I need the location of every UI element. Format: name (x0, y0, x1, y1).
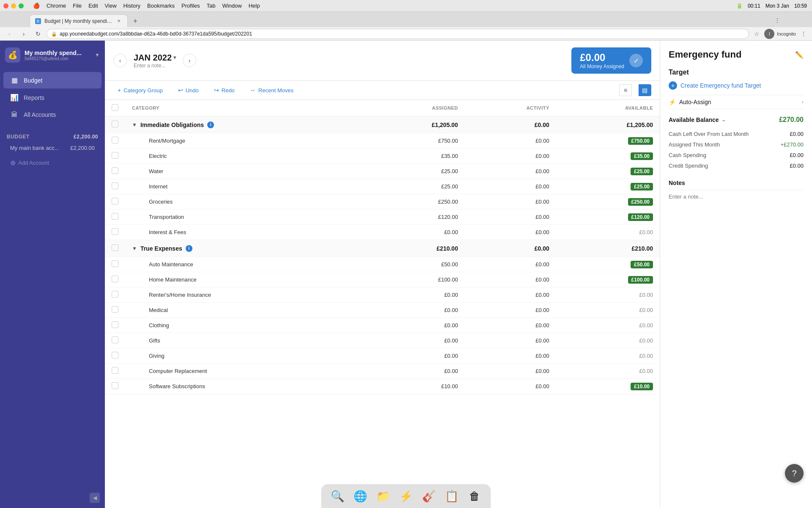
cat-checkbox-1-1[interactable] (112, 276, 118, 282)
cat-checkbox-0-3[interactable] (112, 182, 118, 189)
group-info-icon-0[interactable]: i (207, 121, 214, 128)
browser-more-btn[interactable]: ⋮ (772, 15, 782, 25)
menu-bookmarks[interactable]: Bookmarks (147, 3, 175, 9)
group-name-cell: ▼ Immediate Obligations i (125, 116, 365, 133)
table-row[interactable]: Groceries £250.00 £0.00 £250.00 (105, 194, 660, 210)
extensions-btn[interactable]: ⋮ (798, 29, 809, 39)
cat-checkbox-0-0[interactable] (112, 137, 118, 144)
menu-view[interactable]: View (105, 3, 117, 9)
menu-edit[interactable]: Edit (88, 3, 98, 9)
budget-table-container[interactable]: CATEGORY ASSIGNED ACTIVITY AVAILABLE ▼ I… (105, 100, 660, 508)
cat-name-cell-1-5: Gifts (125, 333, 365, 348)
table-row[interactable]: Auto Maintenance £50.00 £0.00 £50.00 (105, 257, 660, 272)
select-all-checkbox[interactable] (112, 104, 118, 111)
notes-input[interactable] (669, 190, 804, 210)
sidebar-header[interactable]: 💰 My monthly spend... 5d485270@uifeed.co… (0, 41, 105, 69)
table-row[interactable]: Computer Replacement £0.00 £0.00 £0.00 (105, 364, 660, 379)
group-chevron-1[interactable]: ▼ (132, 246, 137, 251)
auto-assign-row[interactable]: ⚡ Auto-Assign › (669, 95, 804, 109)
month-note[interactable]: Enter a note... (134, 63, 176, 69)
sidebar-item-budget[interactable]: ▦ Budget (3, 72, 102, 88)
battery-dock-icon[interactable]: ⚡ (397, 487, 415, 505)
menu-profiles[interactable]: Profiles (181, 3, 200, 9)
next-month-btn[interactable]: › (183, 54, 196, 67)
recent-moves-btn[interactable]: ↔ Recent Moves (246, 84, 298, 96)
table-row[interactable]: Home Maintenance £100.00 £0.00 £100.00 (105, 272, 660, 287)
table-row[interactable]: Clothing £0.00 £0.00 £0.00 (105, 318, 660, 333)
create-target-btn[interactable]: + Create Emergency fund Target (669, 81, 804, 90)
minimize-window-btn[interactable] (11, 3, 16, 8)
undo-btn[interactable]: ↩ Undo (174, 84, 203, 96)
table-row[interactable]: Gifts £0.00 £0.00 £0.00 (105, 333, 660, 348)
table-row[interactable]: Medical £0.00 £0.00 £0.00 (105, 303, 660, 318)
table-row[interactable]: Electric £35.00 £0.00 £35.00 (105, 149, 660, 164)
cat-checkbox-1-0[interactable] (112, 260, 118, 267)
menu-file[interactable]: File (73, 3, 82, 9)
cat-checkbox-0-6[interactable] (112, 228, 118, 235)
files-icon[interactable]: 📁 (374, 487, 392, 505)
sidebar-section-header[interactable]: BUDGET £2,200.00 (7, 132, 98, 141)
close-window-btn[interactable] (3, 3, 8, 8)
table-row[interactable]: Software Subscriptions £10.00 £0.00 £10.… (105, 379, 660, 394)
chrome-icon[interactable]: 🌐 (351, 487, 370, 505)
maximize-window-btn[interactable] (19, 3, 24, 8)
table-row[interactable]: Water £25.00 £0.00 £25.00 (105, 164, 660, 179)
notes-icon[interactable]: 📋 (442, 487, 461, 505)
table-row[interactable]: Transportation £120.00 £0.00 £120.00 (105, 210, 660, 225)
cat-checkbox-1-4[interactable] (112, 321, 118, 328)
menu-chrome[interactable]: Chrome (47, 3, 66, 9)
cat-checkbox-1-6[interactable] (112, 352, 118, 359)
cat-checkbox-0-5[interactable] (112, 213, 118, 220)
panel-edit-btn[interactable]: ✏️ (795, 51, 804, 59)
table-row[interactable]: Internet £25.00 £0.00 £25.00 (105, 179, 660, 194)
cat-checkbox-1-7[interactable] (112, 367, 118, 374)
sidebar-item-all-accounts[interactable]: 🏛 All Accounts (3, 107, 102, 123)
menu-help[interactable]: Help (249, 3, 260, 9)
finder-icon[interactable]: 🔍 (328, 487, 347, 505)
cat-checkbox-1-2[interactable] (112, 291, 118, 298)
available-balance-chevron-icon[interactable]: ⌄ (721, 117, 726, 123)
group-checkbox-0[interactable] (112, 121, 118, 127)
trash-icon[interactable]: 🗑 (465, 487, 484, 505)
list-view-btn[interactable]: ≡ (619, 84, 632, 96)
menu-history[interactable]: History (123, 3, 140, 9)
group-checkbox-1[interactable] (112, 244, 118, 251)
add-account-btn[interactable]: ⊕ Add Account (7, 155, 98, 170)
music-icon[interactable]: 🎸 (420, 487, 438, 505)
bookmark-btn[interactable]: ☆ (752, 29, 762, 39)
table-row[interactable]: Renter's/Home Insurance £0.00 £0.00 £0.0… (105, 287, 660, 303)
th-available: AVAILABLE (556, 100, 660, 116)
sidebar-item-reports[interactable]: 📊 Reports (3, 89, 102, 106)
new-tab-btn[interactable]: + (129, 15, 141, 27)
add-category-group-btn[interactable]: + Category Group (113, 84, 167, 96)
sidebar-account-item[interactable]: My main bank acc... £2,200.00 (7, 142, 98, 154)
group-chevron-0[interactable]: ▼ (132, 122, 137, 128)
menu-apple[interactable]: 🍎 (33, 3, 40, 9)
table-row[interactable]: Giving £0.00 £0.00 £0.00 (105, 348, 660, 364)
help-btn[interactable]: ? (785, 464, 804, 483)
detail-view-btn[interactable]: ▤ (639, 84, 651, 96)
reload-btn[interactable]: ↻ (32, 28, 44, 40)
profile-btn[interactable]: I (764, 29, 774, 39)
group-info-icon-1[interactable]: i (186, 245, 192, 252)
menu-tab[interactable]: Tab (206, 3, 215, 9)
cat-checkbox-1-5[interactable] (112, 337, 118, 343)
table-row[interactable]: Rent/Mortgage £750.00 £0.00 £750.00 (105, 133, 660, 149)
address-bar[interactable]: 🔒 app.youneedabudget.com/3a8bbdae-d62a-4… (47, 29, 749, 39)
prev-month-btn[interactable]: ‹ (113, 54, 127, 67)
tab-close-btn[interactable]: ✕ (115, 18, 122, 25)
browser-tab[interactable]: B Budget | My monthly spending ✕ (30, 14, 128, 27)
month-title[interactable]: JAN 2022 ▾ (134, 53, 176, 63)
table-row[interactable]: Interest & Fees £0.00 £0.00 £0.00 (105, 225, 660, 240)
forward-btn[interactable]: › (18, 28, 30, 40)
cat-checkbox-1-3[interactable] (112, 306, 118, 313)
collapse-sidebar-btn[interactable]: ◀ (90, 493, 100, 503)
cat-checkbox-0-4[interactable] (112, 198, 118, 204)
cat-checkbox-1-8[interactable] (112, 382, 118, 389)
cat-checkbox-0-2[interactable] (112, 167, 118, 174)
back-btn[interactable]: ‹ (3, 28, 15, 40)
cat-checkbox-0-1[interactable] (112, 152, 118, 159)
group-activity-1: £0.00 (465, 240, 556, 257)
redo-btn[interactable]: ↪ Redo (210, 84, 239, 96)
menu-window[interactable]: Window (222, 3, 241, 9)
